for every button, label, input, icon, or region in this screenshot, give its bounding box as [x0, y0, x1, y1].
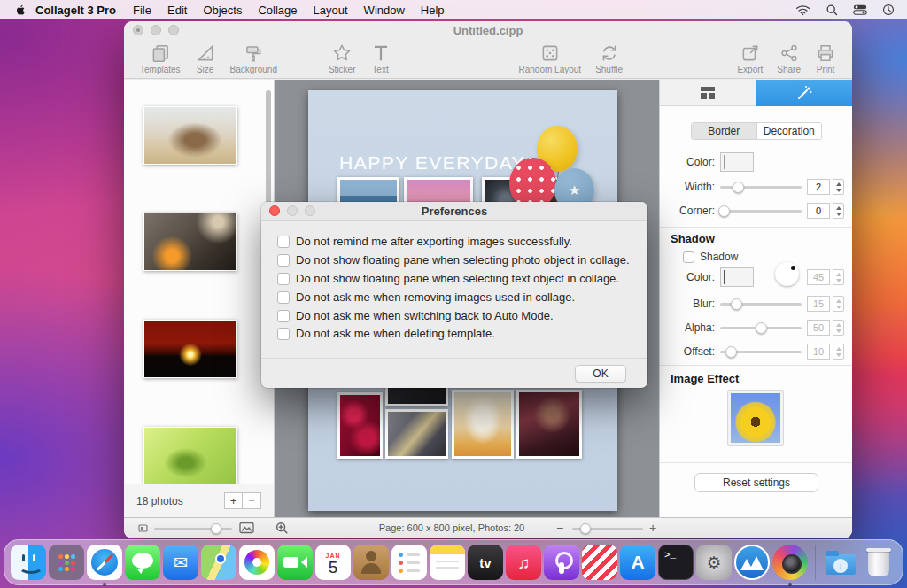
menu-file[interactable]: File — [125, 4, 159, 17]
shadow-angle-dial[interactable] — [775, 262, 799, 286]
border-color-swatch[interactable] — [720, 152, 754, 172]
border-corner-slider[interactable] — [720, 210, 802, 213]
dock-contacts-icon[interactable] — [353, 545, 389, 580]
dock-finder-icon[interactable] — [11, 545, 46, 580]
page-zoom-slider[interactable] — [572, 528, 643, 530]
dock-launchpad-icon[interactable] — [49, 545, 84, 580]
pref-option-deleting-template[interactable]: Do not ask me when deleting template. — [277, 327, 495, 340]
control-center-icon[interactable] — [853, 4, 867, 16]
image-effect-thumbnail[interactable] — [727, 390, 784, 446]
wifi-icon[interactable] — [795, 4, 810, 16]
pref-option-floating-text[interactable]: Do not show floating pane when selecting… — [277, 272, 619, 285]
border-corner-knob[interactable] — [718, 205, 730, 217]
shadow-alpha-value[interactable]: 50 — [807, 320, 830, 336]
dock-podcasts-icon[interactable] — [544, 545, 579, 580]
menu-help[interactable]: Help — [413, 4, 453, 17]
random-layout-button[interactable]: Random Layout — [512, 42, 589, 75]
dock-appstore-icon[interactable]: A — [620, 545, 655, 580]
dock-terminal-icon[interactable]: >_ — [658, 545, 694, 580]
reset-settings-button[interactable]: Reset settings — [694, 473, 818, 492]
photo-thumbnail-sunset[interactable] — [143, 320, 237, 378]
zoom-out-button[interactable]: − — [556, 521, 563, 535]
style-tab-selected[interactable] — [756, 80, 853, 106]
remove-photo-button[interactable]: − — [243, 492, 261, 509]
shadow-alpha-stepper[interactable] — [833, 320, 844, 336]
border-segment[interactable]: Border — [692, 123, 756, 139]
sticker-button[interactable]: Sticker — [322, 42, 363, 75]
menu-window[interactable]: Window — [356, 4, 413, 17]
print-button[interactable]: Print — [808, 42, 843, 75]
zoom-in-button[interactable]: + — [649, 521, 656, 535]
shadow-blur-knob[interactable] — [731, 298, 742, 310]
checkbox[interactable] — [277, 291, 290, 304]
photo-thumbnail-dog[interactable] — [143, 106, 237, 165]
shadow-blur-stepper[interactable] — [833, 296, 844, 312]
dock-messages-icon[interactable] — [125, 545, 160, 580]
shadow-offset-value[interactable]: 10 — [807, 344, 830, 360]
shadow-blur-value[interactable]: 15 — [807, 296, 830, 312]
layout-tab[interactable] — [660, 80, 756, 106]
collage-photo-white-dog[interactable] — [452, 390, 514, 459]
search-icon[interactable] — [826, 4, 838, 16]
collage-photo-woman[interactable] — [516, 390, 582, 459]
collage-headline-text[interactable]: HAPPY EVERYDAY — [339, 152, 525, 174]
dock-trash-icon[interactable] — [861, 545, 896, 580]
window-minimize-button[interactable] — [151, 25, 161, 35]
dock-photos-icon[interactable] — [239, 545, 275, 580]
collage-photo-raspberries[interactable] — [337, 392, 383, 459]
dock-notes-icon[interactable] — [430, 545, 465, 580]
dock-appletv-icon[interactable]: tv — [468, 545, 503, 580]
border-corner-stepper[interactable] — [833, 203, 844, 219]
dock-reminders-icon[interactable] — [391, 545, 427, 580]
checkbox[interactable] — [277, 310, 290, 322]
dock-system-preferences-icon[interactable]: ⚙ — [696, 545, 732, 580]
dialog-titlebar[interactable]: Preferences — [261, 202, 647, 220]
dock-news-icon[interactable] — [582, 545, 617, 580]
window-titlebar[interactable]: Untitled.cipp — [124, 21, 852, 39]
export-button[interactable]: Export — [730, 42, 770, 75]
templates-button[interactable]: Templates — [133, 42, 188, 75]
shadow-angle-stepper[interactable] — [833, 269, 844, 285]
shadow-checkbox-row[interactable]: Shadow — [683, 251, 738, 263]
size-button[interactable]: Size — [188, 42, 223, 75]
pref-option-auto-mode[interactable]: Do not ask me when switching back to Aut… — [277, 309, 554, 322]
border-width-slider[interactable] — [720, 186, 802, 189]
photo-thumbnail-insect[interactable] — [143, 427, 237, 485]
border-corner-value[interactable]: 0 — [807, 203, 830, 219]
window-close-button[interactable] — [133, 25, 143, 35]
checkbox[interactable] — [277, 254, 290, 267]
dock-facetime-icon[interactable] — [277, 545, 313, 580]
clock-icon[interactable] — [882, 4, 895, 16]
checkbox[interactable] — [277, 236, 290, 248]
shadow-color-swatch[interactable] — [720, 267, 754, 287]
dock-maps-icon[interactable] — [201, 545, 236, 580]
border-width-knob[interactable] — [733, 182, 744, 193]
shadow-checkbox[interactable] — [683, 251, 694, 263]
dock-calendar-icon[interactable]: JAN5 — [315, 545, 351, 580]
photo-thumbnail-crash[interactable] — [143, 213, 237, 271]
pref-option-floating-photo[interactable]: Do not show floating pane when selecting… — [277, 253, 630, 267]
shadow-alpha-knob[interactable] — [756, 322, 767, 334]
dock-downloads-icon[interactable]: ↓ — [823, 545, 858, 580]
pref-option-removing-images[interactable]: Do not ask me when removing images used … — [277, 290, 575, 304]
checkbox[interactable] — [277, 273, 290, 285]
border-width-stepper[interactable] — [833, 179, 844, 195]
menu-layout[interactable]: Layout — [306, 4, 356, 17]
shadow-offset-slider[interactable] — [720, 351, 802, 353]
text-button[interactable]: Text — [363, 42, 399, 75]
menu-edit[interactable]: Edit — [159, 4, 195, 17]
app-menu-title[interactable]: CollageIt 3 Pro — [35, 4, 116, 17]
dock-music-icon[interactable]: ♫ — [506, 545, 541, 580]
menu-objects[interactable]: Objects — [195, 4, 250, 17]
border-width-value[interactable]: 2 — [807, 179, 830, 195]
thumbnail-size-knob[interactable] — [211, 523, 221, 534]
dock-collageit-icon[interactable] — [772, 545, 808, 580]
shadow-offset-stepper[interactable] — [833, 344, 844, 360]
apple-menu-icon[interactable] — [14, 3, 27, 17]
zoom-tool-icon[interactable] — [275, 521, 289, 537]
dock-blue-mountain-app-icon[interactable] — [734, 545, 770, 580]
pref-option-export-remind[interactable]: Do not remind me after exporting images … — [277, 235, 572, 248]
window-zoom-button[interactable] — [168, 25, 179, 35]
thumbnail-size-slider[interactable] — [154, 528, 232, 530]
collage-photo-revolver[interactable] — [385, 409, 448, 459]
